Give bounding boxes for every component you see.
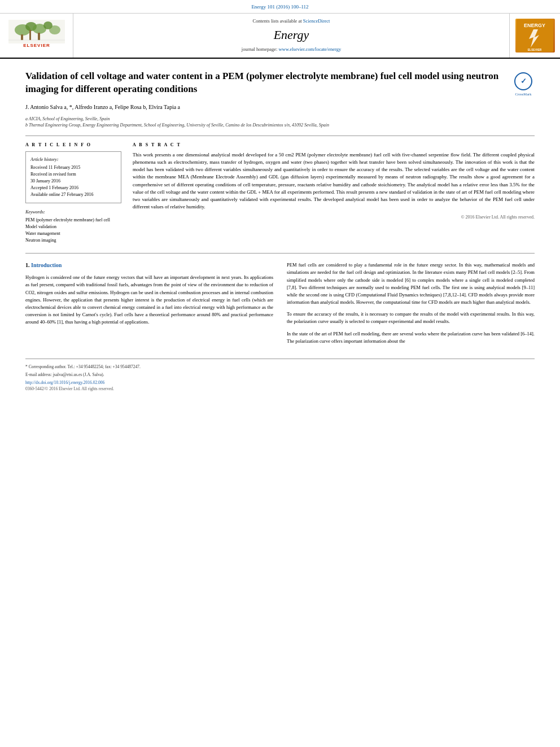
main-content: Validation of cell voltage and water con… (0, 59, 560, 403)
journal-url: journal homepage: www.elsevier.com/locat… (242, 46, 341, 53)
svg-text:ELSEVIER: ELSEVIER (23, 43, 50, 48)
journal-header: ELSEVIER Contents lists available at Sci… (0, 14, 560, 59)
abstract-text: This work presents a one dimensional ana… (133, 151, 535, 211)
corresponding-author-note: * Corresponding author. Tel.: +34 954482… (25, 364, 535, 370)
publisher-logo-area: ELSEVIER (0, 14, 73, 58)
page: Energy 101 (2016) 100–112 EL (0, 0, 560, 747)
abstract-heading: A B S T R A C T (133, 142, 535, 148)
history-title: Article history: (30, 156, 116, 163)
energy-journal-logo: ENERGY ELSEVIER (515, 19, 555, 53)
introduction-heading: 1. Introduction (25, 261, 273, 269)
svg-rect-6 (21, 34, 23, 40)
article-info-box: Article history: Received 11 February 20… (25, 151, 121, 203)
article-info-abstract: A R T I C L E I N F O Article history: R… (25, 142, 535, 244)
keywords-title: Keywords: (25, 209, 121, 215)
keyword-2: Model validation (25, 224, 121, 230)
intro-right-paragraph-1: PEM fuel cells are considered to play a … (287, 261, 535, 306)
intro-right-paragraph-2: To ensure the accuracy of the results, i… (287, 311, 535, 325)
divider-1 (25, 136, 535, 136)
section-number: 1. (25, 262, 30, 268)
received-revised-label: Received in revised form (30, 171, 116, 178)
doi-link: http://dx.doi.org/10.1016/j.energy.2016.… (25, 380, 535, 386)
body-two-col: 1. Introduction Hydrogen is considered o… (25, 261, 535, 350)
keyword-1: PEM (polymer electrolyte membrane) fuel … (25, 217, 121, 224)
email-address-note: E-mail address: jsalva@etsi.us.es (J.A. … (25, 372, 535, 378)
svg-text:ELSEVIER: ELSEVIER (528, 48, 542, 51)
revised-date: 30 January 2016 (30, 178, 116, 185)
article-info-column: A R T I C L E I N F O Article history: R… (25, 142, 121, 244)
body-left-col: 1. Introduction Hydrogen is considered o… (25, 261, 273, 350)
affiliation-a: a AICIA, School of Engineering, Seville,… (25, 116, 535, 122)
copyright-line: © 2016 Elsevier Ltd. All rights reserved… (133, 214, 535, 220)
journal-name: Energy (274, 27, 309, 44)
authors-line: J. Antonio Salva a, *, Alfredo Iranzo a,… (25, 103, 535, 111)
body-right-col: PEM fuel cells are considered to play a … (287, 261, 535, 350)
authors-text: J. Antonio Salva a, *, Alfredo Iranzo a,… (25, 104, 180, 110)
svg-text:ENERGY: ENERGY (524, 23, 545, 28)
crossmark-label: CrossMark (515, 91, 532, 97)
issn-line: 0360-5442/© 2016 Elsevier Ltd. All right… (25, 386, 535, 392)
science-direct-anchor[interactable]: ScienceDirect (303, 18, 330, 24)
article-footer: * Corresponding author. Tel.: +34 954482… (25, 359, 535, 392)
journal-info-center: Contents lists available at ScienceDirec… (73, 14, 509, 58)
intro-right-paragraph-3: In the state of the art of PEM fuel cell… (287, 330, 535, 345)
elsevier-logo: ELSEVIER (8, 20, 65, 51)
journal-logo-right: ENERGY ELSEVIER (509, 14, 560, 58)
doi-anchor[interactable]: http://dx.doi.org/10.1016/j.energy.2016.… (25, 380, 104, 385)
svg-rect-8 (38, 33, 40, 40)
keywords-section: Keywords: PEM (polymer electrolyte membr… (25, 209, 121, 244)
section-name: Introduction (31, 262, 62, 268)
abstract-column: A B S T R A C T This work presents a one… (133, 142, 535, 244)
available-online-date: Available online 27 February 2016 (30, 191, 116, 198)
journal-citation: Energy 101 (2016) 100–112 (251, 4, 308, 10)
received-date: Received 11 February 2015 (30, 164, 116, 171)
intro-left-paragraph: Hydrogen is considered one of the future… (25, 274, 273, 326)
accepted-date: Accepted 1 February 2016 (30, 185, 116, 191)
journal-url-link[interactable]: www.elsevier.com/locate/energy (278, 46, 341, 52)
crossmark-icon: ✓ (514, 72, 532, 90)
body-content: 1. Introduction Hydrogen is considered o… (25, 253, 535, 350)
journal-citation-bar: Energy 101 (2016) 100–112 (0, 0, 560, 14)
affiliation-b: b Thermal Engineering Group, Energy Engi… (25, 122, 535, 128)
keyword-3: Water management (25, 230, 121, 237)
keyword-4: Neutron imaging (25, 237, 121, 244)
crossmark-logo: ✓ CrossMark (512, 72, 535, 97)
svg-rect-7 (29, 30, 31, 40)
article-title: Validation of cell voltage and water con… (25, 70, 504, 96)
affiliations: a AICIA, School of Engineering, Seville,… (25, 116, 535, 128)
article-info-heading: A R T I C L E I N F O (25, 142, 121, 148)
science-direct-link: Contents lists available at ScienceDirec… (253, 18, 330, 25)
article-title-section: Validation of cell voltage and water con… (25, 70, 535, 97)
svg-point-5 (49, 25, 60, 34)
